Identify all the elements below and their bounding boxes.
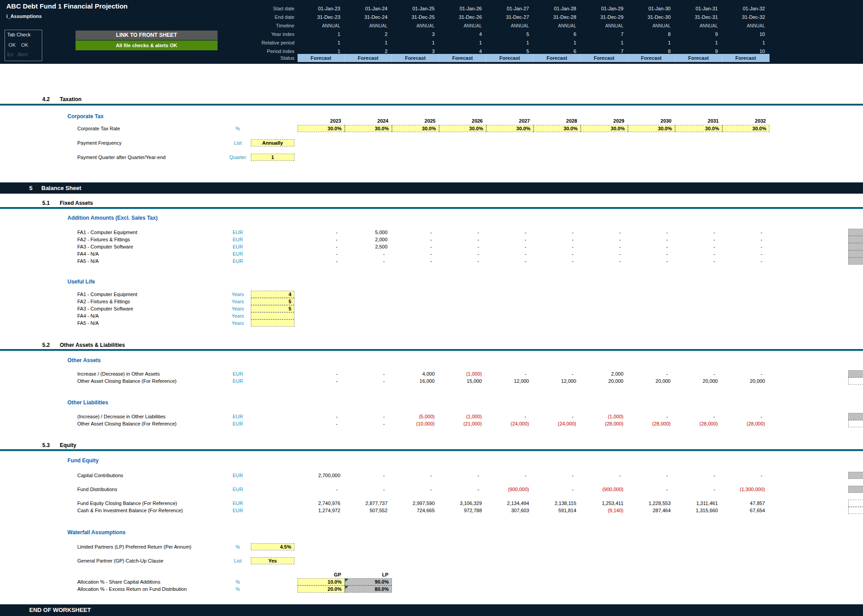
cell[interactable]: (24,000) xyxy=(486,420,534,427)
overflow-input-cell[interactable] xyxy=(848,243,863,250)
cell[interactable]: 3,106,329 xyxy=(439,500,486,507)
cell[interactable]: 4,000 xyxy=(392,370,439,377)
cell[interactable]: - xyxy=(581,236,628,243)
cell[interactable]: - xyxy=(486,472,534,479)
cell[interactable]: - xyxy=(581,257,628,265)
useful-life-input[interactable]: 5 xyxy=(251,298,294,305)
cell[interactable]: - xyxy=(534,257,581,265)
cell[interactable]: - xyxy=(675,243,722,250)
cell[interactable]: (28,000) xyxy=(581,420,628,427)
cell[interactable]: 5,000 xyxy=(345,229,392,236)
cell[interactable]: - xyxy=(581,472,628,479)
cell[interactable]: - xyxy=(534,472,581,479)
cell[interactable]: (28,000) xyxy=(722,420,770,427)
cell[interactable]: 724,665 xyxy=(392,507,439,514)
gp-allocation-input[interactable]: 20.0% xyxy=(298,585,345,593)
cell[interactable]: - xyxy=(345,413,392,420)
cell[interactable]: - xyxy=(439,243,486,250)
cell[interactable]: 1,311,461 xyxy=(675,500,722,507)
cell[interactable]: 2,134,494 xyxy=(486,500,534,507)
useful-life-input[interactable] xyxy=(251,312,294,319)
cell[interactable]: - xyxy=(298,250,345,257)
cell[interactable]: (1,300,000) xyxy=(722,486,770,493)
cell[interactable]: - xyxy=(439,236,486,243)
cell[interactable]: 30.0% xyxy=(345,125,392,132)
cell[interactable]: 16,000 xyxy=(392,377,439,385)
cell[interactable]: - xyxy=(486,243,534,250)
cell[interactable]: - xyxy=(628,413,675,420)
cell[interactable]: 307,603 xyxy=(486,507,534,514)
cell[interactable]: 2,138,115 xyxy=(534,500,581,507)
cell[interactable]: - xyxy=(298,257,345,265)
cell[interactable]: - xyxy=(722,229,770,236)
cell[interactable]: (24,000) xyxy=(534,420,581,427)
cell[interactable]: 2,877,737 xyxy=(345,500,392,507)
cell[interactable]: - xyxy=(486,413,534,420)
cell[interactable]: 30.0% xyxy=(628,125,675,132)
cell[interactable]: - xyxy=(628,229,675,236)
cell[interactable]: - xyxy=(722,243,770,250)
overflow-input-cell[interactable] xyxy=(848,486,863,493)
cell[interactable]: (10,000) xyxy=(392,420,439,427)
cell[interactable]: - xyxy=(298,486,345,493)
cell[interactable]: 30.0% xyxy=(439,125,486,132)
cell[interactable]: - xyxy=(675,413,722,420)
cell[interactable]: 30.0% xyxy=(392,125,439,132)
cell[interactable]: 20,000 xyxy=(675,377,722,385)
cell[interactable]: - xyxy=(628,236,675,243)
cell[interactable]: (900,000) xyxy=(486,486,534,493)
cell[interactable]: 30.0% xyxy=(675,125,722,132)
cell[interactable]: - xyxy=(345,377,392,385)
gp-allocation-input[interactable]: 10.0% xyxy=(298,578,345,585)
cell[interactable]: - xyxy=(675,229,722,236)
overflow-cell[interactable] xyxy=(848,377,863,385)
cell[interactable]: - xyxy=(675,236,722,243)
cell[interactable]: - xyxy=(534,236,581,243)
cell[interactable]: - xyxy=(534,413,581,420)
cell[interactable]: 12,000 xyxy=(486,377,534,385)
lp-allocation-cell[interactable]: 80.0% xyxy=(345,585,392,593)
cell[interactable]: - xyxy=(581,229,628,236)
cell[interactable]: - xyxy=(628,486,675,493)
cell[interactable]: - xyxy=(628,370,675,377)
cell[interactable]: 2,700,000 xyxy=(298,472,345,479)
cell[interactable]: - xyxy=(345,420,392,427)
cell[interactable]: - xyxy=(628,243,675,250)
cell[interactable]: - xyxy=(298,229,345,236)
cell[interactable]: - xyxy=(722,413,770,420)
cell[interactable]: - xyxy=(628,257,675,265)
cell[interactable]: - xyxy=(628,250,675,257)
cell[interactable]: - xyxy=(439,472,486,479)
cell[interactable]: 2,997,590 xyxy=(392,500,439,507)
gp-catchup-input[interactable]: Yes xyxy=(251,557,294,564)
cell[interactable]: - xyxy=(392,229,439,236)
cell[interactable]: - xyxy=(298,370,345,377)
cell[interactable]: 30.0% xyxy=(581,125,628,132)
cell[interactable]: (28,000) xyxy=(675,420,722,427)
cell[interactable]: - xyxy=(298,413,345,420)
cell[interactable]: - xyxy=(675,257,722,265)
cell[interactable]: 67,654 xyxy=(722,507,770,514)
cell[interactable]: 1,315,660 xyxy=(675,507,722,514)
cell[interactable]: - xyxy=(486,229,534,236)
overflow-input-cell[interactable] xyxy=(848,236,863,243)
cell[interactable]: 30.0% xyxy=(534,125,581,132)
cell[interactable]: - xyxy=(392,257,439,265)
cell[interactable]: - xyxy=(486,250,534,257)
cell[interactable]: 2,000 xyxy=(345,236,392,243)
cell[interactable]: (900,000) xyxy=(581,486,628,493)
cell[interactable]: 30.0% xyxy=(486,125,534,132)
cell[interactable]: - xyxy=(628,472,675,479)
cell[interactable]: - xyxy=(345,257,392,265)
payment-quarter-input[interactable]: 1 xyxy=(251,154,294,161)
cell[interactable]: - xyxy=(439,229,486,236)
cell[interactable]: 12,000 xyxy=(534,377,581,385)
cell[interactable]: 507,552 xyxy=(345,507,392,514)
useful-life-input[interactable]: 4 xyxy=(251,291,294,298)
cell[interactable]: - xyxy=(345,370,392,377)
cell[interactable]: 591,814 xyxy=(534,507,581,514)
cell[interactable]: 2,500 xyxy=(345,243,392,250)
cell[interactable]: 30.0% xyxy=(298,125,345,132)
cell[interactable]: - xyxy=(534,370,581,377)
overflow-input-cell[interactable] xyxy=(848,413,863,420)
